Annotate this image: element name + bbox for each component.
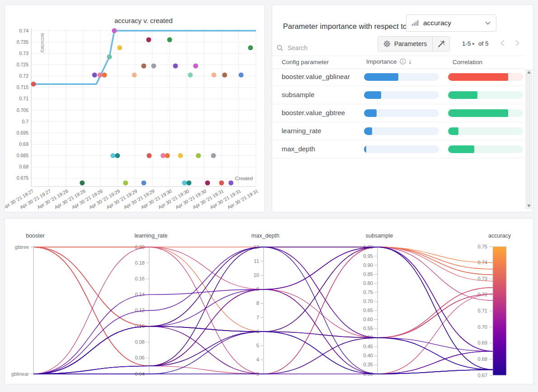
run-line[interactable]	[33, 247, 493, 374]
scatter-point[interactable]	[151, 64, 156, 69]
scatter-point[interactable]	[31, 82, 36, 87]
run-line[interactable]	[33, 247, 493, 374]
pagination-range[interactable]: 1-5	[462, 40, 471, 47]
info-icon[interactable]	[400, 58, 406, 65]
scatter-point[interactable]	[146, 37, 151, 42]
svg-text:5: 5	[256, 343, 259, 348]
scatter-point[interactable]	[212, 73, 217, 78]
run-line[interactable]	[33, 247, 493, 374]
scatter-point[interactable]	[107, 54, 112, 59]
search-input[interactable]	[287, 44, 352, 52]
svg-text:0.74: 0.74	[19, 28, 29, 33]
scatter-point[interactable]	[205, 181, 210, 186]
run-line[interactable]	[33, 247, 493, 374]
run-line[interactable]	[33, 247, 493, 374]
svg-text:0.55: 0.55	[363, 326, 373, 331]
scatter-point[interactable]	[222, 73, 227, 78]
table-row[interactable]: subsample	[272, 86, 525, 104]
scatter-point[interactable]	[142, 64, 146, 69]
svg-text:0.73: 0.73	[19, 51, 29, 56]
scatter-point[interactable]	[80, 181, 85, 186]
scatter-point[interactable]	[239, 73, 244, 78]
search-icon	[277, 45, 283, 51]
run-line[interactable]	[33, 331, 493, 374]
scatter-point[interactable]	[188, 73, 193, 78]
scatter-point[interactable]	[178, 153, 183, 158]
panel-title: Parameter importance with respect to	[283, 22, 407, 31]
run-line[interactable]	[33, 247, 493, 374]
table-row[interactable]: booster.value_gblinear	[272, 68, 525, 86]
column-header-config-parameter[interactable]: Config parameter	[282, 59, 329, 65]
table-row[interactable]: max_depth	[272, 140, 525, 159]
run-line[interactable]	[33, 247, 493, 366]
scatter-point[interactable]	[173, 64, 178, 69]
svg-text:0.85: 0.85	[363, 271, 373, 277]
scatter-point[interactable]	[123, 181, 128, 186]
scatter-point[interactable]	[112, 28, 117, 33]
run-line[interactable]	[33, 247, 493, 374]
scroll-up-icon[interactable]	[527, 71, 531, 74]
column-header-correlation[interactable]: Correlation	[453, 59, 482, 65]
scatter-point[interactable]	[167, 37, 172, 42]
scatter-point[interactable]	[110, 153, 115, 158]
run-line[interactable]	[33, 247, 493, 366]
scatter-point[interactable]	[146, 153, 151, 158]
svg-text:0.7: 0.7	[22, 119, 28, 124]
svg-text:0.16: 0.16	[135, 276, 145, 281]
scatter-point[interactable]	[196, 153, 201, 158]
importance-bar-track	[364, 145, 439, 153]
pagination-caret-icon: ▾	[472, 42, 475, 46]
scatter-point[interactable]	[193, 64, 198, 69]
chevron-right-icon[interactable]	[515, 40, 519, 47]
gear-icon	[383, 40, 391, 47]
scatter-point[interactable]	[98, 73, 103, 78]
importance-table-body: booster.value_gblinearsubsamplebooster.v…	[272, 68, 525, 159]
scatter-point[interactable]	[92, 73, 97, 78]
run-line[interactable]	[33, 247, 493, 366]
scatter-point[interactable]	[102, 73, 107, 78]
bar-chart-icon	[412, 20, 419, 26]
scatter-point[interactable]	[115, 153, 120, 158]
magic-wand-button[interactable]	[432, 37, 449, 51]
run-line[interactable]	[33, 247, 493, 374]
svg-text:0.715: 0.715	[17, 84, 28, 90]
scatter-point[interactable]	[117, 45, 122, 50]
table-row[interactable]: booster.value_gbtree	[272, 104, 525, 122]
chevron-left-icon[interactable]	[500, 40, 505, 47]
metric-selector-dropdown[interactable]: accuracy	[406, 14, 496, 32]
scatter-point[interactable]	[142, 181, 146, 186]
table-scrollbar[interactable]	[525, 69, 532, 209]
run-line[interactable]	[33, 327, 493, 374]
axis-label-max_depth: max_depth	[251, 233, 279, 239]
scatter-point[interactable]	[248, 45, 253, 50]
pagination[interactable]: 1-5 ▾ of 5	[462, 36, 489, 51]
scroll-down-icon[interactable]	[527, 205, 531, 207]
column-header-importance[interactable]: Importance ↓	[366, 58, 412, 65]
table-header: Config parameter Importance ↓ Correlatio…	[272, 56, 525, 69]
axis-label-accuracy: accuracy	[488, 233, 511, 239]
scatter-point[interactable]	[132, 73, 137, 78]
sweep-dashboard: { "colors": { "page_background": "#f4f4f…	[0, 0, 538, 392]
svg-text:0.95: 0.95	[363, 253, 373, 259]
run-line[interactable]	[33, 247, 493, 374]
correlation-bar-fill	[448, 145, 474, 153]
scatter-point[interactable]	[182, 181, 187, 186]
scatter-point[interactable]	[211, 153, 216, 158]
sort-desc-icon[interactable]: ↓	[409, 58, 412, 65]
scatter-point[interactable]	[228, 181, 233, 186]
accuracy-colorbar[interactable]	[493, 247, 506, 375]
search-box[interactable]	[277, 41, 352, 55]
svg-text:0.18: 0.18	[135, 260, 145, 266]
table-row[interactable]: learning_rate	[272, 122, 525, 140]
svg-text:7: 7	[256, 315, 259, 320]
scatter-point[interactable]	[165, 153, 170, 158]
scatter-point[interactable]	[160, 153, 165, 158]
run-line[interactable]	[33, 247, 493, 275]
scatter-point[interactable]	[219, 181, 224, 186]
importance-bar-track	[364, 91, 439, 99]
scatter-point[interactable]	[186, 181, 191, 186]
config-parameter-name: subsample	[282, 91, 315, 98]
parameters-button[interactable]: Parameters	[378, 37, 432, 51]
svg-text:0.69: 0.69	[478, 340, 487, 345]
run-line[interactable]	[33, 247, 493, 374]
